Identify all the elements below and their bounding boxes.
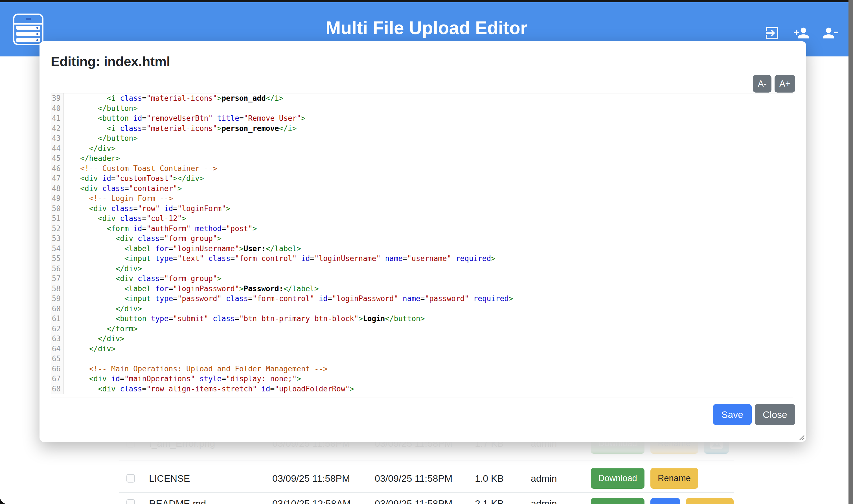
line-number: 66 [51, 364, 64, 374]
code-text: <!-- Login Form --> [64, 194, 173, 204]
code-text: <input type="text" class="form-control" … [64, 254, 495, 264]
code-text: <div class="form-group"> [64, 234, 221, 244]
file-created: 03/09/25 11:58PM [375, 473, 452, 484]
code-line: 60 </div> [51, 304, 794, 314]
rename-button[interactable]: Rename [686, 498, 734, 504]
code-line: 56 </div> [51, 264, 794, 274]
file-owner: admin [531, 473, 557, 484]
code-text: </div> [64, 334, 124, 344]
code-line: 66 <!-- Main Operations: Upload and Fold… [51, 364, 794, 374]
resize-grip-icon[interactable] [797, 433, 805, 440]
line-number: 52 [51, 224, 64, 234]
code-text: </header> [64, 154, 120, 164]
save-button[interactable]: Save [713, 404, 752, 425]
line-number: 67 [51, 374, 64, 384]
code-line: 57 <div class="form-group"> [51, 274, 794, 284]
line-number: 50 [51, 204, 64, 214]
code-text: <label for="loginUsername">User:</label> [64, 244, 301, 254]
code-text: <button type="submit" class="btn btn-pri… [64, 314, 425, 324]
line-number: 43 [51, 133, 64, 144]
code-line: 55 <input type="text" class="form-contro… [51, 254, 794, 264]
table-row: README.md03/10/25 12:58AM03/09/25 11:58P… [119, 492, 734, 504]
code-line: 53 <div class="form-group"> [51, 234, 794, 244]
row-actions: DownloadEditRename [591, 498, 734, 504]
code-text: <input type="password" class="form-contr… [64, 294, 513, 304]
line-number: 45 [51, 154, 64, 164]
code-line: 44 </div> [51, 144, 794, 154]
font-decrease-button[interactable]: A- [753, 75, 772, 93]
code-line: 41 <button id="removeUserBtn" title="Rem… [51, 113, 794, 124]
modal-title: Editing: index.html [51, 54, 170, 69]
code-line: 39 <i class="material-icons">person_add<… [51, 93, 794, 104]
line-number: 63 [51, 334, 64, 344]
line-number: 60 [51, 304, 64, 314]
line-number: 47 [51, 174, 64, 184]
line-number: 41 [51, 113, 64, 124]
code-text [64, 354, 71, 364]
window-top-edge [0, 0, 853, 2]
code-text: <div class="row align-items-stretch" id=… [64, 384, 354, 394]
rename-button[interactable]: Rename [650, 468, 698, 489]
code-line: 58 <label for="loginPassword">Password:<… [51, 284, 794, 294]
code-text: <!-- Custom Toast Container --> [64, 164, 217, 174]
person-remove-icon[interactable] [822, 25, 839, 41]
window-right-edge [849, 0, 853, 504]
code-text: <div id="mainOperations" style="display:… [64, 374, 301, 384]
app-window: Multi File Upload Editor I_am_Error.png0… [0, 0, 853, 504]
code-line: 61 <button type="submit" class="btn btn-… [51, 314, 794, 324]
code-line: 64 </div> [51, 344, 794, 354]
code-line: 45 </header> [51, 154, 794, 164]
edit-button[interactable]: Edit [650, 498, 680, 504]
line-number: 59 [51, 294, 64, 304]
code-text: <div class="col-12"> [64, 214, 186, 224]
code-text: </button> [64, 133, 138, 144]
code-editor[interactable]: 39 <i class="material-icons">person_add<… [51, 93, 794, 398]
code-text: <i class="material-icons">person_remove<… [64, 124, 296, 134]
code-line: 63 </div> [51, 334, 794, 344]
code-line: 40 </button> [51, 104, 794, 114]
download-button[interactable]: Download [591, 468, 645, 489]
line-number: 53 [51, 234, 64, 244]
row-checkbox[interactable] [126, 474, 135, 483]
modal-actions: Save Close [713, 404, 795, 425]
code-line: 50 <div class="row" id="loginForm"> [51, 204, 794, 214]
download-button[interactable]: Download [591, 498, 645, 504]
line-number: 46 [51, 164, 64, 174]
person-add-icon[interactable] [793, 25, 810, 41]
line-number: 61 [51, 314, 64, 324]
file-modified: 03/10/25 12:58AM [272, 498, 351, 504]
code-line: 68 <div class="row align-items-stretch" … [51, 384, 794, 394]
code-text: </button> [64, 104, 138, 114]
code-text: <div class="row" id="loginForm"> [64, 204, 231, 214]
row-checkbox[interactable] [126, 499, 135, 504]
line-number: 42 [51, 124, 64, 134]
header-actions [764, 25, 839, 41]
code-line: 48 <div class="container"> [51, 184, 794, 194]
line-number: 62 [51, 324, 64, 334]
code-line: 46 <!-- Custom Toast Container --> [51, 164, 794, 174]
code-text: </div> [64, 304, 142, 314]
logout-icon[interactable] [764, 25, 780, 41]
line-number: 49 [51, 194, 64, 204]
file-size: 2.1 KB [475, 498, 504, 504]
line-number: 48 [51, 184, 64, 194]
code-text: <button id="removeUserBtn" title="Remove… [64, 113, 306, 124]
line-number: 55 [51, 254, 64, 264]
edit-file-modal: Editing: index.html A- A+ 39 <i class="m… [39, 41, 806, 442]
code-line: 43 </button> [51, 133, 794, 144]
file-modified: 03/09/25 11:58PM [272, 473, 350, 484]
line-number: 54 [51, 244, 64, 254]
close-button[interactable]: Close [755, 404, 795, 425]
code-text: <form id="authForm" method="post"> [64, 224, 257, 234]
code-text: <!-- Main Operations: Upload and Folder … [64, 364, 328, 374]
font-increase-button[interactable]: A+ [775, 75, 795, 93]
code-text: </form> [64, 324, 138, 334]
file-name: README.md [149, 498, 206, 504]
file-owner: admin [531, 498, 557, 504]
code-line: 54 <label for="loginUsername">User:</lab… [51, 244, 794, 254]
file-created: 03/09/25 11:58PM [375, 498, 452, 504]
code-line: 47 <div id="customToast"></div> [51, 174, 794, 184]
code-line: 49 <!-- Login Form --> [51, 194, 794, 204]
code-text: </div> [64, 264, 142, 274]
code-text: <div class="container"> [64, 184, 182, 194]
